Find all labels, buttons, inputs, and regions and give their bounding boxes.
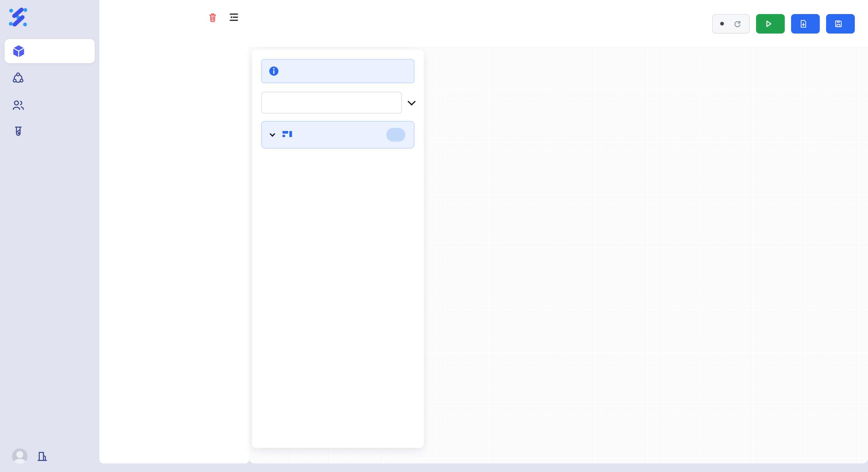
logo bbox=[0, 0, 99, 26]
start-simulation-button[interactable] bbox=[756, 14, 785, 34]
avatar[interactable] bbox=[12, 448, 28, 464]
hint-banner bbox=[261, 59, 414, 83]
simulation-status-pill[interactable] bbox=[712, 14, 750, 34]
building-icon bbox=[36, 450, 48, 462]
sidebar-item-instruments[interactable] bbox=[5, 39, 95, 63]
sidebar bbox=[0, 0, 99, 472]
template-palette bbox=[252, 50, 424, 448]
download-config-button[interactable] bbox=[791, 14, 820, 34]
category-instruments[interactable] bbox=[261, 121, 414, 148]
status-dot-icon bbox=[720, 22, 724, 26]
members-icon bbox=[12, 99, 24, 111]
category-count-badge bbox=[386, 128, 405, 142]
sidebar-item-experiments[interactable] bbox=[5, 120, 95, 144]
sidebar-nav bbox=[0, 39, 99, 144]
collapse-panel-icon[interactable] bbox=[408, 98, 415, 105]
trash-icon[interactable] bbox=[207, 12, 218, 23]
play-icon bbox=[764, 20, 773, 28]
main-header bbox=[249, 0, 868, 47]
refresh-icon[interactable] bbox=[733, 20, 742, 28]
sidebar-item-members[interactable] bbox=[5, 93, 95, 117]
cube-icon bbox=[12, 44, 25, 58]
workflow-icon bbox=[12, 72, 24, 84]
download-icon bbox=[799, 20, 808, 28]
save-config-button[interactable] bbox=[826, 14, 855, 34]
experiment-icon bbox=[12, 126, 24, 138]
chevron-down-icon bbox=[270, 131, 275, 137]
lab-link[interactable] bbox=[36, 450, 52, 462]
sidebar-item-workflow[interactable] bbox=[5, 66, 95, 90]
collapse-list-icon[interactable] bbox=[228, 11, 239, 23]
search-input[interactable] bbox=[261, 92, 402, 113]
bohrium-logo-icon bbox=[9, 7, 28, 26]
info-icon bbox=[269, 66, 279, 76]
category-grid-icon bbox=[281, 129, 293, 140]
save-icon bbox=[834, 20, 843, 28]
materials-panel bbox=[99, 0, 249, 463]
